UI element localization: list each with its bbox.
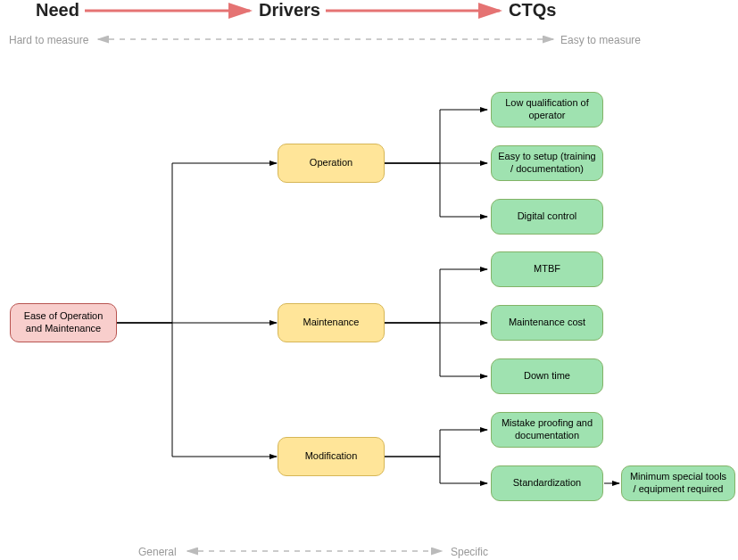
ctq-mistake-proofing: Mistake proofing and documentation bbox=[491, 412, 603, 448]
ctq-low-qualification: Low qualification of operator bbox=[491, 92, 603, 128]
ctq-mtbf: MTBF bbox=[491, 251, 603, 287]
ctq-down-time: Down time bbox=[491, 358, 603, 394]
ctq-maintenance-cost: Maintenance cost bbox=[491, 305, 603, 341]
ctq-min-special-tools: Minimum special tools / equipment requir… bbox=[621, 465, 735, 501]
driver-modification: Modification bbox=[278, 437, 385, 476]
driver-operation: Operation bbox=[278, 144, 385, 183]
ctq-standardization: Standardization bbox=[491, 465, 603, 501]
driver-maintenance: Maintenance bbox=[278, 303, 385, 342]
ctq-digital-control: Digital control bbox=[491, 199, 603, 235]
need-node: Ease of Operation and Maintenance bbox=[10, 303, 117, 342]
ctq-easy-setup: Easy to setup (training / documentation) bbox=[491, 145, 603, 181]
